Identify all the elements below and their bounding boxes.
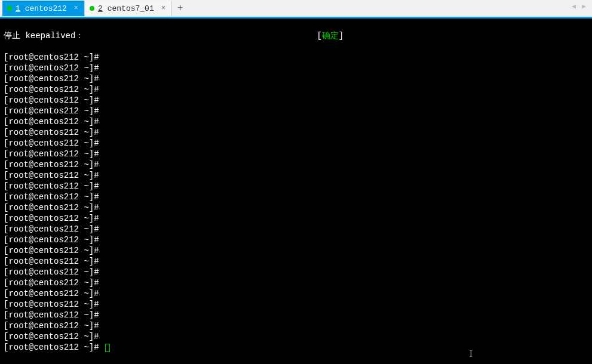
prompt-line: [root@centos212 ~]# [4, 149, 588, 159]
text-cursor-icon: I [470, 348, 473, 359]
tab-label: 1 centos212 [16, 4, 67, 13]
prompt-line: [root@centos212 ~]# [4, 138, 588, 149]
prompt-line: [root@centos212 ~]# [4, 202, 588, 213]
prompt-line: [root@centos212 ~]# [4, 95, 588, 106]
terminal[interactable]: 停止 keepalived：[确定] [root@centos212 ~]#[r… [0, 18, 592, 364]
prompt-line: [root@centos212 ~]# [4, 235, 588, 245]
prompt-line: [root@centos212 ~]# [4, 159, 588, 170]
prompt-line: [root@centos212 ~]# [4, 170, 588, 181]
status-ok: [确定] [317, 30, 343, 41]
prompt-line: [root@centos212 ~]# [4, 320, 588, 331]
prompt-line: [root@centos212 ~]# [4, 342, 588, 353]
terminal-cursor [105, 344, 110, 352]
prompt-line: [root@centos212 ~]# [4, 213, 588, 224]
tab-bar: 1 centos212 × 2 centos7_01 × + ◀ ▶ [0, 0, 592, 17]
prompt-line: [root@centos212 ~]# [4, 127, 588, 138]
prompt-line: [root@centos212 ~]# [4, 310, 588, 320]
prompt-line: [root@centos212 ~]# [4, 224, 588, 235]
prompt-line: [root@centos212 ~]# [4, 267, 588, 277]
prompt-line: [root@centos212 ~]# [4, 331, 588, 342]
close-icon[interactable]: × [160, 4, 167, 13]
prompt-line: [root@centos212 ~]# [4, 192, 588, 202]
prompt-line: [root@centos212 ~]# [4, 181, 588, 192]
prompt-line: [root@centos212 ~]# [4, 288, 588, 299]
tab-label: 2 centos7_01 [98, 4, 154, 13]
status-message: 停止 keepalived： [4, 30, 84, 41]
prompt-line: [root@centos212 ~]# [4, 277, 588, 288]
prompt-line: [root@centos212 ~]# [4, 106, 588, 116]
prompt-line: [root@centos212 ~]# [4, 73, 588, 84]
prompt-line: [root@centos212 ~]# [4, 299, 588, 310]
prompt-line: [root@centos212 ~]# [4, 245, 588, 256]
nav-arrows[interactable]: ◀ ▶ [572, 2, 587, 10]
tab-centos212[interactable]: 1 centos212 × [2, 1, 85, 16]
prompt-line: [root@centos212 ~]# [4, 63, 588, 73]
status-dot-icon [90, 6, 94, 11]
prompt-line: [root@centos212 ~]# [4, 52, 588, 63]
prompt-line: [root@centos212 ~]# [4, 84, 588, 95]
status-dot-icon [7, 6, 12, 11]
add-tab-button[interactable]: + [173, 1, 188, 16]
prompt-line: [root@centos212 ~]# [4, 116, 588, 127]
tab-centos7[interactable]: 2 centos7_01 × [85, 1, 172, 16]
prompt-line: [root@centos212 ~]# [4, 256, 588, 267]
close-icon[interactable]: × [73, 4, 79, 13]
